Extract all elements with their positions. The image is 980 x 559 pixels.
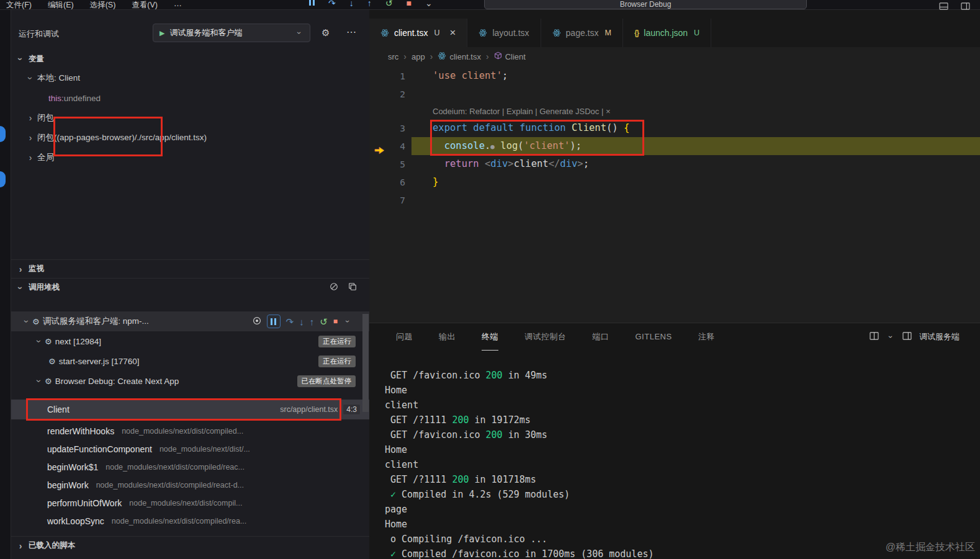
terminal-line: GET /favicon.ico 200 in 49ms (385, 368, 980, 383)
terminal-line: Home (385, 517, 980, 532)
code-line-row[interactable]: 2 (369, 85, 980, 103)
panel-tab[interactable]: 调试控制台 (524, 323, 567, 351)
code-line-row[interactable]: 5 return <div>client</div>; (369, 155, 980, 173)
panel-tab[interactable]: 输出 (439, 323, 456, 351)
chevron-down-icon[interactable]: ⌄ (425, 0, 433, 9)
menu-item[interactable]: ⋯ (174, 1, 182, 10)
stop-icon[interactable]: ■ (333, 318, 338, 325)
callstack-row[interactable]: ›⚙调试服务端和客户端: npm-...↷↓↑↺■› (11, 311, 369, 331)
restart-icon[interactable]: ↺ (385, 0, 393, 9)
chevron-right-icon[interactable]: › (26, 133, 35, 143)
start-debug-icon[interactable]: ▶ (160, 29, 164, 37)
gear-icon[interactable]: ⚙ (321, 27, 330, 38)
more-actions-icon[interactable]: ⋯ (346, 26, 357, 38)
chevron-down-icon[interactable]: › (22, 317, 32, 326)
breadcrumb-item[interactable]: client.tsx (438, 51, 481, 62)
restart-icon[interactable]: ↺ (320, 317, 328, 326)
layout-panel-icon[interactable] (939, 1, 948, 12)
menu-item[interactable]: 编辑(E) (48, 0, 74, 11)
panel-tab[interactable]: 注释 (698, 323, 715, 351)
panel-tab[interactable]: 问题 (396, 323, 413, 351)
terminal-session-label[interactable]: 调试服务端 (919, 331, 960, 342)
frame-position-badge: 4:3 (343, 404, 361, 415)
line-number[interactable]: 4 (369, 141, 411, 151)
breadcrumb-item[interactable]: Client (494, 51, 526, 61)
menu-item[interactable]: 查看(V) (132, 0, 158, 11)
line-number[interactable]: 6 (369, 177, 411, 187)
line-number[interactable]: 5 (369, 159, 411, 169)
layout-sidebar-icon[interactable] (961, 1, 970, 12)
variable-scope-row[interactable]: ›闭包((app-pages-browser)/./src/app/client… (11, 128, 369, 148)
debug-config-dropdown[interactable]: ▶ 调试服务端和客户端 › (153, 24, 310, 42)
step-out-icon[interactable]: ↑ (367, 0, 372, 9)
code-editor[interactable]: 1'use client';2Codeium: Refactor | Expla… (369, 66, 980, 323)
chevron-down-icon[interactable]: › (343, 317, 352, 326)
line-number[interactable]: 7 (369, 195, 411, 205)
pause-icon[interactable] (309, 0, 315, 6)
code-line-row[interactable]: 3export default function Client() { (369, 119, 980, 137)
step-over-icon[interactable]: ↷ (286, 317, 294, 326)
callstack-row[interactable]: ›⚙next [12984]正在运行 (11, 331, 369, 351)
close-icon[interactable]: × (450, 27, 456, 39)
scrollbar-thumb[interactable] (362, 314, 369, 412)
line-number[interactable]: 2 (369, 89, 411, 99)
editor-tab[interactable]: client.tsxU× (369, 19, 467, 47)
pause-icon[interactable] (267, 315, 281, 328)
code-line-row[interactable]: 7 (369, 191, 980, 209)
callstack-row[interactable]: performUnitOfWorknode_modules/next/dist/… (11, 494, 369, 512)
panel-tab[interactable]: 端口 (593, 323, 609, 351)
chevron-down-icon[interactable]: › (25, 74, 35, 83)
variable-scope-row[interactable]: ›本地: Client (11, 68, 369, 88)
variables-section-header[interactable]: › 变量 (11, 50, 369, 68)
terminal-output[interactable]: GET /favicon.ico 200 in 49msHomeclient G… (369, 351, 980, 559)
variable-row[interactable]: this: undefined (11, 88, 369, 108)
disable-icon[interactable] (330, 282, 338, 293)
line-number[interactable]: 1 (369, 71, 411, 81)
command-center[interactable]: Browser Debug (484, 0, 807, 9)
chevron-right-icon: › (16, 264, 25, 274)
notification-badge (0, 171, 6, 187)
breadcrumb-item[interactable]: src (388, 52, 398, 61)
breadcrumb-item[interactable]: app (411, 52, 425, 61)
code-line-row[interactable]: 1'use client'; (369, 67, 980, 85)
chevron-down-icon[interactable]: › (34, 377, 44, 385)
editor-tab[interactable]: layout.tsx (467, 19, 541, 47)
step-into-icon[interactable]: ↓ (349, 0, 354, 9)
panel-tab[interactable]: GITLENS (636, 323, 672, 351)
line-number[interactable]: 3 (369, 123, 411, 133)
chevron-down-icon[interactable]: › (34, 337, 44, 346)
callstack-row-current-frame[interactable]: Clientsrc/app/client.tsx4:3 (11, 400, 369, 419)
panel-layout-icon[interactable] (902, 331, 912, 342)
callstack-row[interactable]: beginWork$1node_modules/next/dist/compil… (11, 458, 369, 476)
codelens-text[interactable]: Codeium: Refactor | Explain | Generate J… (411, 107, 611, 116)
chevron-right-icon[interactable]: › (26, 153, 35, 163)
code-line-row[interactable]: 4 console.● log('client'); (369, 137, 980, 155)
callstack-row[interactable]: workLoopSyncnode_modules/next/dist/compi… (11, 512, 369, 530)
step-into-icon[interactable]: ↓ (299, 317, 304, 326)
callstack-row[interactable]: renderWithHooksnode_modules/next/dist/co… (11, 422, 369, 440)
codelens-row[interactable]: Codeium: Refactor | Explain | Generate J… (369, 103, 980, 119)
record-dot-icon[interactable] (253, 316, 261, 326)
chevron-right-icon[interactable]: › (26, 113, 35, 123)
step-out-icon[interactable]: ↑ (310, 317, 315, 326)
variable-scope-row[interactable]: ›全局 (11, 148, 369, 168)
callstack-section-header[interactable]: › 调用堆栈 (11, 278, 369, 297)
step-over-icon[interactable]: ↷ (328, 0, 336, 9)
callstack-row[interactable]: beginWorknode_modules/next/dist/compiled… (11, 476, 369, 494)
callstack-row[interactable]: ›⚙Browser Debug: Create Next App已在断点处暂停 (11, 371, 369, 391)
callstack-row[interactable]: updateFunctionComponentnode_modules/next… (11, 440, 369, 458)
menu-item[interactable]: 文件(F) (6, 0, 32, 11)
editor-tab[interactable]: page.tsxM (541, 19, 623, 47)
copy-callstack-icon[interactable] (348, 282, 357, 293)
callstack-row[interactable]: ⚙start-server.js [17760]正在运行 (11, 351, 369, 371)
menu-item[interactable]: 选择(S) (90, 0, 116, 11)
stop-icon[interactable]: ■ (406, 0, 411, 9)
watch-section-header[interactable]: › 监视 (11, 259, 369, 278)
code-line-row[interactable]: 6} (369, 173, 980, 191)
panel-tab[interactable]: 终端 (482, 323, 498, 351)
loaded-scripts-section-header[interactable]: › 已载入的脚本 (11, 536, 369, 555)
split-terminal-icon[interactable] (870, 331, 879, 342)
variable-scope-row[interactable]: ›闭包 (11, 108, 369, 128)
editor-tab[interactable]: {}launch.jsonU (623, 19, 711, 47)
chevron-down-icon[interactable]: › (886, 333, 895, 341)
